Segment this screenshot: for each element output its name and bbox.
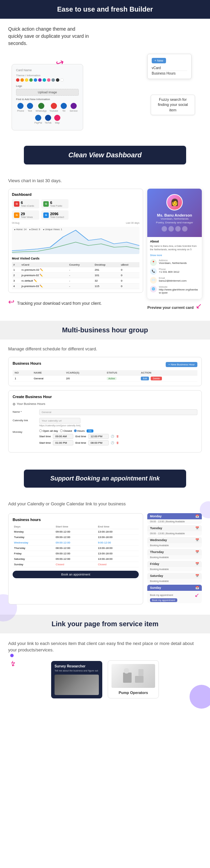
builder-mock-card: Card Name Theme / Information Logo Up xyxy=(12,64,83,130)
end-time-input-1[interactable] xyxy=(88,434,109,439)
cal-day-thursday: Thursday 📅 Booking Available xyxy=(147,549,202,559)
stat-vcards: G 6 Total vCards xyxy=(12,199,39,208)
link-title: Link your page from service item xyxy=(7,620,203,628)
email-icon: ✉️ xyxy=(150,277,157,284)
svg-rect-4 xyxy=(138,669,144,676)
cal-icon-sun: 📅 xyxy=(195,586,199,589)
svg-rect-2 xyxy=(135,676,144,683)
all-day-opt: Open all day xyxy=(39,429,58,432)
stats-row-2: G 29 Total Views G 2096 Total Contact xyxy=(12,210,139,220)
sunday-arrow-icon: ↙ xyxy=(195,592,199,598)
service2-image xyxy=(111,664,155,688)
vcard-header: 👩 Ms. Banu Anderson Voordaan, Netherland… xyxy=(147,189,202,237)
calendly-input[interactable]: Your calendly url xyxy=(39,418,80,424)
section-multi: Multi-business hour group Manage differe… xyxy=(0,321,210,463)
bh-row-thursday: Thursday 08:00-12:00 13:00-18:00 xyxy=(13,545,139,551)
clock-icon-1: 🕐 xyxy=(111,435,114,438)
dashboard-header: Clean View Dashboard xyxy=(24,146,186,164)
end-label-1: End time xyxy=(75,435,86,438)
email-label: Email xyxy=(159,277,186,279)
bh-table: Days Start time End time Monday 09:00-12… xyxy=(13,524,139,567)
closed-radio[interactable] xyxy=(60,429,63,432)
dashboard-desc: Views chart in last 30 days. xyxy=(8,178,202,183)
cal-icon-sat: 📅 xyxy=(195,574,199,578)
booking-desc: Add your Calendly or Google Calendar lin… xyxy=(8,501,202,506)
show-more-link[interactable]: Show more xyxy=(150,254,199,256)
visits-table: # vCard Country Desktop uBest 1 rc-premi… xyxy=(12,262,139,289)
cal-thursday-slots: Booking Available xyxy=(147,555,202,559)
link-header: Link your page from service item xyxy=(0,615,210,633)
start-label-2: Start time xyxy=(39,441,51,444)
biz-hours-title: Business Hours xyxy=(13,361,41,365)
hours-radio[interactable] xyxy=(74,429,77,432)
cal-friday-header: Friday 📅 xyxy=(147,561,202,567)
social-icon-1[interactable] xyxy=(162,226,167,232)
upload-label: Logo xyxy=(16,84,79,88)
hours-opt: Hours xyxy=(74,429,85,432)
service1-desc: Tell me about the business and figure ou… xyxy=(55,669,99,672)
tracking-label: Tracking your download vcard from your c… xyxy=(17,300,102,306)
bh-row-tuesday: Tuesday 09:00-12:00 13:00-18:00 xyxy=(13,534,139,540)
start-time-input-2[interactable] xyxy=(53,440,73,445)
service-card-dark: Survey Researcher Tell me about the busi… xyxy=(51,661,102,698)
bh-row-sunday: Sunday Closed Closed xyxy=(13,562,139,567)
cal-friday-slots: Booking Available xyxy=(147,567,202,571)
mock-card-label: Card Name xyxy=(16,68,79,72)
booking-calendar-mock: Monday 📅 09:00 - 13:00 | Booking Availab… xyxy=(147,513,202,604)
stat-vcards-icon: G xyxy=(14,201,19,207)
vcard-mock: 👩 Ms. Banu Anderson Voordaan, Netherland… xyxy=(147,189,202,299)
name-label: Name * xyxy=(13,409,36,413)
table-row: 4 js-premium-03 ✏️ - 115 0 xyxy=(12,284,139,289)
bh-title: Business hours xyxy=(13,518,139,522)
delete-time-icon-2[interactable]: 🗑 xyxy=(116,441,119,444)
stat-public-icon: G xyxy=(43,201,49,207)
dropdown-vcard[interactable]: vCard xyxy=(152,65,187,71)
vcard-preview: 👩 Ms. Banu Anderson Voordaan, Netherland… xyxy=(147,189,202,311)
stat-public-label: Total Public xyxy=(50,205,62,207)
monday-label: Monday xyxy=(13,429,36,433)
cal-icon-thu: 📅 xyxy=(195,550,199,554)
preview-label-row: Preview your current card ↙ xyxy=(147,302,202,311)
tracking-row: ↩ Tracking your download vcard from your… xyxy=(8,296,143,306)
new-biz-btn[interactable]: + New Business Hour xyxy=(166,362,197,367)
biz-table: NO NAME VCARD(S) STATUS ACTION 1 General… xyxy=(13,370,197,382)
closed-opt: Closed xyxy=(60,429,72,432)
website-label: Website xyxy=(159,286,199,288)
cal-booking-btn[interactable]: Book my appointment xyxy=(150,598,177,602)
vcard-avatar: 👩 xyxy=(166,194,183,210)
stat-views: G 29 Total Views xyxy=(12,210,39,220)
social-icon-3[interactable] xyxy=(175,226,181,232)
section-dashboard: Clean View Dashboard Views chart in last… xyxy=(0,139,210,321)
multi-header: Multi-business hour group xyxy=(0,321,210,340)
most-visited-label: Most Visited Cards xyxy=(12,257,139,260)
social-icon-2[interactable] xyxy=(168,226,174,232)
builder-description: Quick action change theme and quickly sa… xyxy=(8,26,90,47)
name-input[interactable]: General xyxy=(39,409,197,415)
dropdown-biz-hours[interactable]: Business Hours xyxy=(152,71,187,76)
service2-illustration xyxy=(120,666,147,686)
booking-header: Support Booking an appointment link xyxy=(24,470,186,488)
vcard-social-icons xyxy=(151,226,198,232)
cal-day-wednesday: Wednesday 📅 Booking Available xyxy=(147,537,202,548)
book-btn[interactable]: Book an appointment xyxy=(13,571,139,578)
cal-day-sunday: Sunday 📅 Book my appointment ↙ Book my a… xyxy=(147,585,202,603)
new-btn[interactable]: + New xyxy=(152,58,166,63)
stat-views-num: 29 xyxy=(21,212,33,216)
social-icon-4[interactable] xyxy=(182,226,188,232)
delete-time-icon-1[interactable]: 🗑 xyxy=(116,435,119,438)
edit-btn[interactable]: Edit xyxy=(141,377,149,380)
start-time-input-1[interactable] xyxy=(53,434,73,439)
stat-vcards-label: Total vCards xyxy=(21,205,34,207)
multi-title: Multi-business hour group xyxy=(7,326,203,334)
delete-btn[interactable]: Delete xyxy=(151,377,162,380)
email-value: banu2@btinternet.com xyxy=(159,279,186,282)
end-time-input-2[interactable] xyxy=(88,440,109,445)
chart-svg xyxy=(12,227,139,254)
all-day-radio[interactable] xyxy=(39,429,42,432)
stat-contact-icon: G xyxy=(43,212,49,218)
service1-image xyxy=(55,675,99,695)
bh-row-wednesday: Wednesday 09:00-12:00 9:00-12:00 xyxy=(13,540,139,545)
biz-hours-mock: Business Hours + New Business Hour NO NA… xyxy=(8,357,202,386)
upload-btn[interactable]: Upload Image xyxy=(16,89,79,96)
cal-icon-wed: 📅 xyxy=(195,538,199,542)
